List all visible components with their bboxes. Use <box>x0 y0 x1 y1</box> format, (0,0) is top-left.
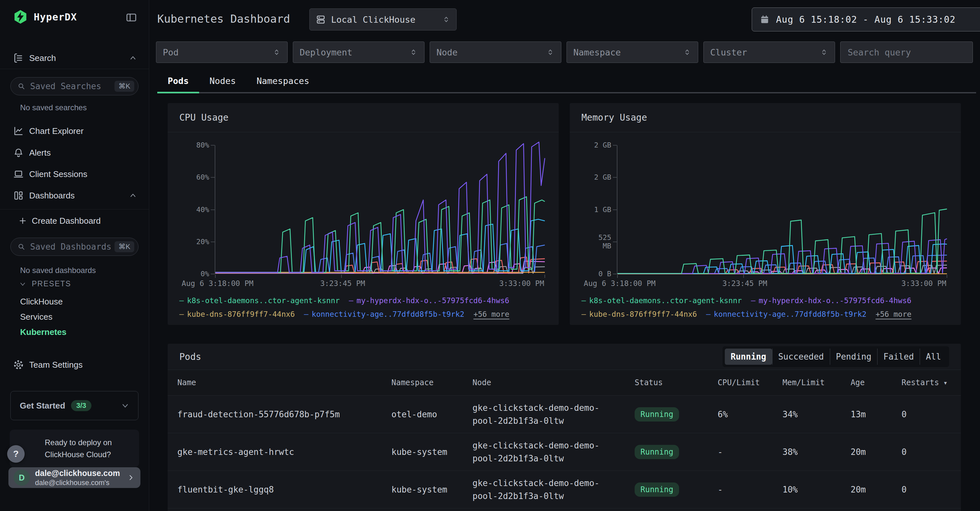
chevron-down-icon <box>121 401 130 410</box>
legend-item[interactable]: —my-hyperdx-hdx-o..-57975fcd6-4hws6 <box>751 295 912 306</box>
status-filter-succeeded[interactable]: Succeeded <box>772 349 830 365</box>
legend-swatch-icon: — <box>179 309 184 320</box>
status-filter-running[interactable]: Running <box>725 349 772 365</box>
bell-icon <box>13 147 24 158</box>
sidebar-item-client-sessions[interactable]: Client Sessions <box>0 167 149 181</box>
cpu-chart-plot[interactable] <box>215 145 545 274</box>
legend-label: my-hyperdx-hdx-o..-57975fcd6-4hws6 <box>357 295 509 306</box>
column-header-restarts[interactable]: Restarts ▾ <box>902 378 951 387</box>
chart-canvas <box>215 145 545 274</box>
filter-select-namespace[interactable]: Namespace <box>566 41 698 63</box>
column-header-age[interactable]: Age <box>851 378 902 387</box>
select-updown-icon <box>272 48 281 56</box>
node-name-text: gke-clickstack-demo-demo-pool-2d2b1f3a-0… <box>473 477 615 503</box>
tab-nodes[interactable]: Nodes <box>199 69 246 92</box>
legend-item[interactable]: —k8s-otel-daemons..ctor-agent-ksnnr <box>179 295 340 306</box>
collapse-sidebar-icon[interactable] <box>125 12 138 23</box>
filter-select-cluster[interactable]: Cluster <box>703 41 835 63</box>
legend-more-link[interactable]: +56 more <box>876 309 912 320</box>
y-axis-tick-label: 525 MB <box>598 234 611 250</box>
column-header-status[interactable]: Status <box>635 378 718 387</box>
chart-legend: —k8s-otel-daemons..ctor-agent-ksnnr—my-h… <box>179 295 552 322</box>
page-title: Kubernetes Dashboard <box>157 12 290 25</box>
avatar: D <box>14 470 30 486</box>
clickhouse-cloud-promo[interactable]: ? Ready to deploy on ClickHouse Cloud? <box>10 430 139 467</box>
saved-dashboards-input[interactable] <box>30 242 115 252</box>
y-axis-tick <box>211 242 215 242</box>
logs-icon <box>13 53 24 64</box>
select-updown-icon <box>546 48 555 56</box>
y-axis-tick-label: 60% <box>196 173 209 181</box>
column-header-name[interactable]: Name <box>177 378 391 387</box>
preset-services[interactable]: Services <box>20 310 52 324</box>
preset-clickhouse[interactable]: ClickHouse <box>20 295 63 309</box>
status-filter-all[interactable]: All <box>920 349 947 365</box>
tab-namespaces[interactable]: Namespaces <box>246 69 320 92</box>
status-filter-pending[interactable]: Pending <box>830 349 878 365</box>
create-dashboard-button[interactable]: Create Dashboard <box>0 214 149 228</box>
y-axis-labels: 0%20%40%60%80% <box>168 145 209 274</box>
column-header-namespace[interactable]: Namespace <box>391 378 473 387</box>
table-row[interactable]: fluentbit-gke-lggq8kube-systemgke-clicks… <box>168 471 961 508</box>
legend-item[interactable]: —konnectivity-age..77dfdd8f5b-t9rk2 <box>304 309 465 320</box>
get-started-label: Get Started <box>20 401 65 411</box>
restarts-cell: 0 <box>902 447 951 457</box>
table-row[interactable]: gke-metrics-agent-hrwtckube-systemgke-cl… <box>168 433 961 471</box>
memory-chart-plot[interactable] <box>617 145 947 274</box>
legend-label: kube-dns-876ff9ff7-44nx6 <box>589 309 697 320</box>
date-range-value: Aug 6 15:18:02 - Aug 6 15:33:02 <box>776 14 956 25</box>
column-header-cpu-limit[interactable]: CPU/Limit <box>718 378 783 387</box>
presets-section-toggle[interactable]: PRESETS <box>19 280 71 288</box>
saved-searches-search[interactable]: ⌘K <box>10 77 138 96</box>
status-badge: Running <box>635 482 679 497</box>
status-filter: RunningSucceededPendingFailedAll <box>722 346 949 367</box>
saved-dashboards-search[interactable]: ⌘K <box>10 238 138 256</box>
pods-table-body: fraud-detection-55776d678b-p7f5motel-dem… <box>168 396 961 511</box>
sidebar-item-team-settings[interactable]: Team Settings <box>0 357 149 372</box>
datasource-select[interactable]: Local ClickHouse <box>309 8 457 30</box>
column-header-mem-limit[interactable]: Mem/Limit <box>783 378 851 387</box>
pod-name-cell: fluentbit-gke-lggq8 <box>177 485 391 495</box>
sidebar-item-label: Alerts <box>29 148 51 158</box>
select-updown-icon <box>409 48 418 56</box>
saved-searches-input[interactable] <box>30 81 115 91</box>
presets-label: PRESETS <box>32 280 71 288</box>
legend-more-link[interactable]: +56 more <box>474 309 509 320</box>
y-axis-tick-label: 40% <box>196 205 209 214</box>
pods-panel-title: Pods <box>179 352 722 362</box>
sidebar-item-search[interactable]: Search <box>0 51 149 65</box>
table-row[interactable]: fraud-detection-55776d678b-p7f5motel-dem… <box>168 396 961 433</box>
legend-item[interactable]: —k8s-otel-daemons..ctor-agent-ksnnr <box>581 295 742 306</box>
brand[interactable]: HyperDX <box>13 9 77 25</box>
column-header-node[interactable]: Node <box>473 378 635 387</box>
age-cell: 13m <box>851 409 902 419</box>
legend-item[interactable]: —kube-dns-876ff9ff7-44nx6 <box>179 309 295 320</box>
y-axis-tick <box>613 242 617 242</box>
filter-select-deployment[interactable]: Deployment <box>293 41 425 63</box>
table-row[interactable]: gke-clickstack-demo-demo-pool-2d2b1f3a-0… <box>168 508 961 511</box>
preset-kubernetes[interactable]: Kubernetes <box>20 325 67 339</box>
user-menu[interactable]: D dale@clickhouse.com dale@clickhouse.co… <box>8 467 140 488</box>
filter-select-pod[interactable]: Pod <box>156 41 288 63</box>
node-cell: gke-clickstack-demo-demo-pool-2d2b1f3a-0… <box>473 401 635 427</box>
app-root: HyperDX Search ⌘K <box>0 0 980 511</box>
filter-select-node[interactable]: Node <box>430 41 562 63</box>
tab-pods[interactable]: Pods <box>157 69 199 92</box>
get-started-toggle[interactable]: Get Started 3/3 <box>10 391 138 420</box>
legend-item[interactable]: —konnectivity-age..77dfdd8f5b-t9rk2 <box>706 309 867 320</box>
date-range-picker[interactable]: Aug 6 15:18:02 - Aug 6 15:33:02 <box>752 8 980 32</box>
legend-item[interactable]: —kube-dns-876ff9ff7-44nx6 <box>581 309 697 320</box>
sidebar-item-dashboards[interactable]: Dashboards <box>0 188 149 203</box>
help-button[interactable]: ? <box>7 445 25 463</box>
brand-name: HyperDX <box>34 11 77 23</box>
status-filter-failed[interactable]: Failed <box>877 349 920 365</box>
sidebar-item-label: Dashboards <box>29 191 75 201</box>
sidebar-item-alerts[interactable]: Alerts <box>0 145 149 160</box>
sidebar-item-chart-explorer[interactable]: Chart Explorer <box>0 124 149 138</box>
legend-label: my-hyperdx-hdx-o..-57975fcd6-4hws6 <box>759 295 912 306</box>
node-name-text: gke-clickstack-demo-demo-pool-2d2b1f3a-0… <box>473 439 615 465</box>
preset-label: Services <box>20 312 52 322</box>
chart-legend: —k8s-otel-daemons..ctor-agent-ksnnr—my-h… <box>581 295 955 322</box>
legend-item[interactable]: —my-hyperdx-hdx-o..-57975fcd6-4hws6 <box>349 295 509 306</box>
search-query-input[interactable] <box>840 41 973 63</box>
